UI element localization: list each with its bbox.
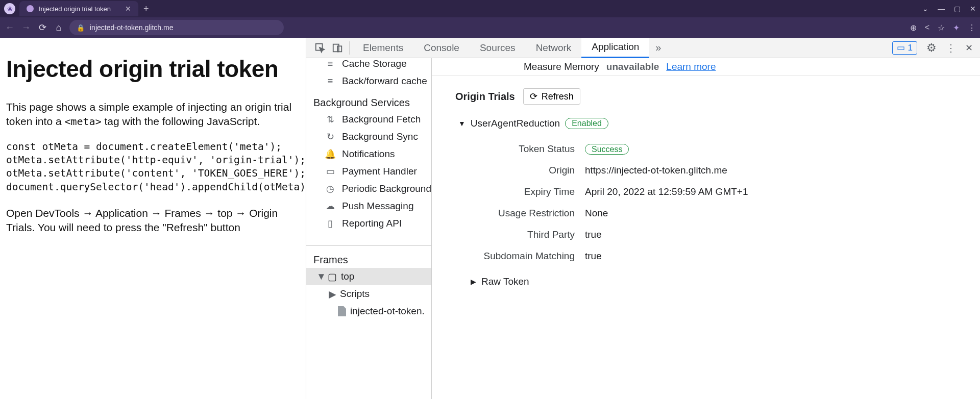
disclosure-right-icon[interactable]: ▶ [471,278,476,286]
zoom-icon[interactable]: ⊕ [910,23,917,33]
database-icon: ≡ [325,76,336,87]
settings-icon[interactable]: ⚙ [926,41,937,55]
code-snippet: const otMeta = document.createElement('m… [6,140,300,194]
inspect-element-icon[interactable] [311,38,329,58]
cloud-icon: ☁ [325,201,336,212]
card-icon: ▭ [325,166,336,177]
kv-key: Subdomain Matching [432,251,585,262]
devtools-tabbar: Elements Console Sources Network Applica… [306,38,980,58]
sidebar-item-cache-storage[interactable]: ≡ Cache Storage [306,58,431,72]
sidebar-item-payment[interactable]: ▭Payment Handler [306,163,431,180]
kv-value: true [585,251,980,262]
forward-button[interactable]: → [20,22,32,33]
row-third-party: Third Party true [432,224,980,245]
sidebar-item-bfcache[interactable]: ≡ Back/forward cache [306,72,431,90]
tab-network[interactable]: Network [526,38,582,58]
home-button[interactable]: ⌂ [53,22,64,33]
kv-value: None [585,208,980,219]
bell-icon: 🔔 [325,148,336,160]
svg-rect-1 [333,44,339,52]
origin-trials-section-head: Origin Trials ⟳ Refresh [432,76,980,114]
tab-overflow-icon[interactable]: » [649,42,667,54]
devtools-panel: Elements Console Sources Network Applica… [306,38,980,399]
share-icon[interactable]: < [925,23,929,32]
application-sidebar: ≡ Cache Storage ≡ Back/forward cache Bac… [306,58,432,399]
disclosure-right-icon[interactable]: ▶ [329,288,336,300]
file-icon [338,306,346,316]
measure-memory-label: Measure Memory [524,61,599,72]
issues-badge[interactable]: ▭ 1 [892,41,917,55]
bookmark-icon[interactable]: ☆ [938,23,945,33]
row-usage: Usage Restriction None [432,203,980,224]
kv-key: Third Party [432,229,585,240]
sidebar-item-bg-fetch[interactable]: ⇅Background Fetch [306,111,431,128]
origin-trials-title: Origin Trials [455,91,515,103]
maximize-icon[interactable]: ▢ [954,5,961,13]
tab-sources[interactable]: Sources [470,38,526,58]
page-instructions: Open DevTools → Application → Frames → t… [6,206,300,235]
disclosure-down-icon[interactable]: ▼ [458,119,465,128]
measure-memory-status: unavailable [606,61,659,72]
tab-close-icon[interactable]: ✕ [125,5,131,13]
tab-favicon-icon [27,5,34,12]
kv-value: https://injected-ot-token.glitch.me [585,165,980,176]
kv-key: Usage Restriction [432,208,585,219]
issues-icon: ▭ [897,42,905,53]
devtools-body: ≡ Cache Storage ≡ Back/forward cache Bac… [306,58,980,399]
frame-file[interactable]: injected-ot-token. [306,303,431,320]
fetch-icon: ⇅ [325,114,336,125]
tab-application[interactable]: Application [581,38,649,58]
browser-chrome: ❀ Injected origin trial token ✕ + ⌄ — ▢ … [0,0,980,38]
refresh-label: Refresh [542,91,574,102]
sidebar-item-notifications[interactable]: 🔔Notifications [306,145,431,163]
url-text: injected-ot-token.glitch.me [90,23,173,32]
toolbar: ← → ⟳ ⌂ 🔒 injected-ot-token.glitch.me ⊕ … [0,17,980,38]
minimize-icon[interactable]: — [938,5,945,13]
menu-icon[interactable]: ⋮ [968,23,976,33]
intro-meta-code: <meta> [64,115,101,128]
reload-button[interactable]: ⟳ [37,22,48,33]
row-token-status: Token Status Success [432,138,980,160]
kv-key: Origin [432,165,585,176]
device-toolbar-icon[interactable] [329,38,346,58]
sidebar-label: Cache Storage [342,58,407,69]
workspace: Injected origin trial token This page sh… [0,38,980,399]
kv-value: true [585,229,980,240]
kv-value: April 20, 2022 at 12:59:59 AM GMT+1 [585,186,980,197]
sidebar-item-periodic[interactable]: ◷Periodic Background [306,180,431,197]
learn-more-link[interactable]: Learn more [666,61,716,72]
devtools-close-icon[interactable]: ✕ [965,42,973,54]
sidebar-item-push[interactable]: ☁Push Messaging [306,197,431,215]
sidebar-item-bg-sync[interactable]: ↻Background Sync [306,128,431,145]
raw-token-row[interactable]: ▶ Raw Token [432,267,980,287]
frame-label: injected-ot-token. [350,306,425,317]
disclosure-down-icon[interactable]: ▼ [316,271,324,282]
devtools-menu-icon[interactable]: ⋮ [946,42,956,54]
page-heading: Injected origin trial token [6,53,300,85]
frame-label: top [341,271,354,282]
token-status-badge: Success [585,144,629,155]
browser-tab[interactable]: Injected origin trial token ✕ [19,1,138,16]
profile-avatar[interactable]: ❀ [4,3,15,14]
new-tab-button[interactable]: + [143,4,149,14]
toolbar-right: ⊕ < ☆ ✦ ⋮ [910,23,976,33]
tab-elements[interactable]: Elements [353,38,413,58]
frame-top[interactable]: ▼ ▢ top [306,268,431,285]
titlebar: ❀ Injected origin trial token ✕ + ⌄ — ▢ … [0,0,980,17]
sidebar-label: Push Messaging [342,201,413,212]
address-bar[interactable]: 🔒 injected-ot-token.glitch.me [69,20,284,35]
frame-scripts[interactable]: ▶ Scripts [306,285,431,303]
tab-console[interactable]: Console [413,38,470,58]
refresh-button[interactable]: ⟳ Refresh [523,88,580,105]
trial-row[interactable]: ▼ UserAgentReduction Enabled [432,114,980,138]
back-button[interactable]: ← [4,22,15,33]
extensions-icon[interactable]: ✦ [953,23,960,33]
close-window-icon[interactable]: ✕ [970,5,976,13]
trial-enabled-badge: Enabled [565,118,608,129]
sidebar-label: Payment Handler [342,166,417,177]
sidebar-item-reporting[interactable]: ▯Reporting API [306,215,431,232]
chevron-down-icon[interactable]: ⌄ [922,5,928,13]
sidebar-label: Background Sync [342,131,418,142]
kv-value: Success [585,143,980,155]
svg-rect-2 [337,46,341,52]
